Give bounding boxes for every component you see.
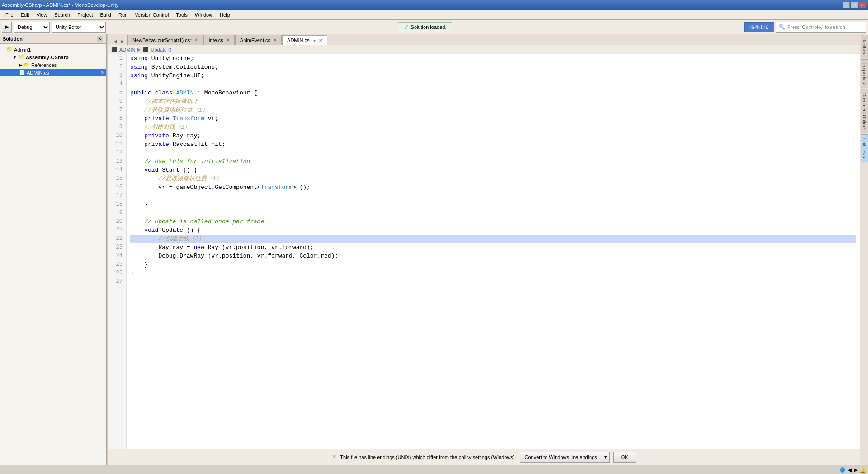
status-icon-4: 🔔 xyxy=(859,467,866,473)
tab-close-icon[interactable]: ✕ xyxy=(194,38,198,42)
convert-button[interactable]: Convert to Windows line endings xyxy=(520,452,602,463)
solution-status: ✓ Solution loaded. xyxy=(108,22,742,32)
menu-view[interactable]: View xyxy=(33,11,51,19)
title-bar-text: Assembly-CSharp - ADMIN.cs* - MonoDevelo… xyxy=(2,2,118,8)
toolbox-panel-tab[interactable]: Toolbox xyxy=(861,35,868,58)
menu-project[interactable]: Project xyxy=(74,11,96,19)
menu-edit[interactable]: Edit xyxy=(17,11,33,19)
status-pill: ✓ Solution loaded. xyxy=(398,22,453,32)
document-outline-panel-tab[interactable]: Document Outline xyxy=(861,89,868,133)
tab-animevent[interactable]: AnimEvent.cs ✕ xyxy=(235,35,282,45)
code-line: public class ADMIN : MonoBehaviour { xyxy=(130,89,856,97)
toolbar: ▶ Debug Release Unity Editor ✓ Solution … xyxy=(0,20,868,34)
content-area: ◀ ▶ NewBehaviourScript(1).cs* ✕ Inte.cs … xyxy=(108,34,860,465)
menu-run[interactable]: Run xyxy=(115,11,131,19)
tab-label: AnimEvent.cs xyxy=(240,38,270,43)
code-line: //创建射线（2） xyxy=(130,123,856,131)
breadcrumb-part2[interactable]: Update () xyxy=(151,47,171,52)
menu-search[interactable]: Search xyxy=(51,11,74,19)
upload-button[interactable]: 插件上传 xyxy=(744,22,774,32)
menu-file[interactable]: File xyxy=(2,11,17,19)
menu-window[interactable]: Window xyxy=(191,11,216,19)
file-action-icon: ⚙ xyxy=(100,70,104,75)
notification-close-button[interactable]: ✕ xyxy=(332,454,336,460)
search-placeholder: Press 'Control+,' to search xyxy=(787,24,845,30)
tree-label: References xyxy=(31,62,57,68)
search-icon: 🔍 xyxy=(779,24,785,30)
code-line: // Use this for initialization xyxy=(130,157,856,166)
breadcrumb-icon2: ⬛ xyxy=(142,47,149,52)
tree-item-admin-cs[interactable]: 📄 ADMIN.cs ⚙ xyxy=(0,69,106,76)
code-editor[interactable]: 12345 678910 1112131415 1617181920 21222… xyxy=(108,54,860,449)
code-line: vr = gameObject.GetComponent<Transform> … xyxy=(130,183,856,192)
minimize-button[interactable]: ─ xyxy=(843,2,850,8)
code-line xyxy=(130,277,856,286)
code-line: void Start () { xyxy=(130,166,856,174)
code-line xyxy=(130,80,856,89)
unit-tests-panel-tab[interactable]: Unit Tests xyxy=(861,134,868,162)
search-box[interactable]: 🔍 Press 'Control+,' to search xyxy=(776,22,866,33)
ok-button[interactable]: OK xyxy=(613,452,636,463)
status-icon-1: 🔷 xyxy=(839,467,846,473)
tree-icon: 📄 xyxy=(19,70,25,75)
tab-admin[interactable]: ADMIN.cs ● ✕ xyxy=(282,35,327,45)
tree-icon: 📁 xyxy=(24,62,30,68)
tab-label: ADMIN.cs xyxy=(287,38,310,43)
code-line: private Transform vr; xyxy=(130,114,856,123)
menu-help[interactable]: Help xyxy=(216,11,234,19)
right-panels: Toolbox Properties Document Outline Unit… xyxy=(860,34,868,465)
line-endings-bar: ✕ This file has line endings (UNIX) whic… xyxy=(108,449,860,465)
solution-tree: 📁 Admin1 ▼ 📁 Assembly-CSharp ▶ 📁 Referen… xyxy=(0,44,106,465)
tab-close-icon[interactable]: ✕ xyxy=(226,38,230,42)
tree-arrow: ▼ xyxy=(13,55,17,60)
tree-arrow: ▶ xyxy=(19,63,22,67)
menu-build[interactable]: Build xyxy=(96,11,114,19)
tab-inte[interactable]: Inte.cs ✕ xyxy=(203,35,234,45)
breadcrumb-separator: ▶ xyxy=(137,47,141,52)
tree-icon: 📁 xyxy=(6,47,13,52)
modified-dot: ● xyxy=(313,38,316,43)
code-line: void Update () { xyxy=(130,226,856,235)
tree-item-admin1[interactable]: 📁 Admin1 xyxy=(0,46,106,53)
status-bar: 🔷 ◀ ▶ 🔔 xyxy=(0,465,868,474)
breadcrumb-part1[interactable]: ADMIN xyxy=(119,47,135,52)
breadcrumb: ⬛ ADMIN ▶ ⬛ Update () xyxy=(108,45,860,54)
tab-label: Inte.cs xyxy=(208,38,223,43)
properties-panel-tab[interactable]: Properties xyxy=(861,59,868,88)
title-bar: Assembly-CSharp - ADMIN.cs* - MonoDevelo… xyxy=(0,0,868,10)
tab-next-button[interactable]: ▶ xyxy=(119,38,126,45)
tabs-bar: ◀ ▶ NewBehaviourScript(1).cs* ✕ Inte.cs … xyxy=(108,34,860,45)
code-line: private RaycastHit hit; xyxy=(130,140,856,149)
menu-version-control[interactable]: Version Control xyxy=(131,11,172,19)
run-button[interactable]: ▶ xyxy=(2,22,12,33)
code-line: using System.Collections; xyxy=(130,63,856,71)
tab-close-icon[interactable]: ✕ xyxy=(319,38,322,43)
tree-label: Assembly-CSharp xyxy=(26,55,69,60)
tab-prev-button[interactable]: ◀ xyxy=(112,38,118,45)
tree-item-references[interactable]: ▶ 📁 References xyxy=(0,61,106,69)
sidebar-title: Solution xyxy=(3,36,23,42)
close-button[interactable]: ✕ xyxy=(859,2,866,8)
code-line: //获取摄像机位置（1） xyxy=(130,106,856,114)
convert-dropdown-arrow[interactable]: ▼ xyxy=(602,452,610,463)
code-line: using UnityEngine.UI; xyxy=(130,71,856,80)
debug-dropdown[interactable]: Debug Release xyxy=(14,22,50,33)
status-text: Solution loaded. xyxy=(411,24,447,30)
tab-newbehaviour[interactable]: NewBehaviourScript(1).cs* ✕ xyxy=(127,35,203,45)
code-line: } xyxy=(130,260,856,269)
status-icon-2: ◀ xyxy=(848,467,852,473)
breadcrumb-icon: ⬛ xyxy=(111,47,118,52)
code-content: 12345 678910 1112131415 1617181920 21222… xyxy=(108,54,860,449)
code-line: private Ray ray; xyxy=(130,131,856,140)
tab-label: NewBehaviourScript(1).cs* xyxy=(132,38,192,43)
tree-item-assembly[interactable]: ▼ 📁 Assembly-CSharp xyxy=(0,53,106,61)
tab-nav: ◀ ▶ xyxy=(110,38,127,45)
code-line xyxy=(130,192,856,200)
tree-label: ADMIN.cs xyxy=(27,70,49,75)
tab-close-icon[interactable]: ✕ xyxy=(273,38,277,42)
menu-bar: File Edit View Search Project Build Run … xyxy=(0,10,868,20)
menu-tools[interactable]: Tools xyxy=(172,11,191,19)
sidebar-close-button[interactable]: ✕ xyxy=(97,36,103,42)
maximize-button[interactable]: □ xyxy=(851,2,858,8)
editor-dropdown[interactable]: Unity Editor xyxy=(52,22,106,33)
